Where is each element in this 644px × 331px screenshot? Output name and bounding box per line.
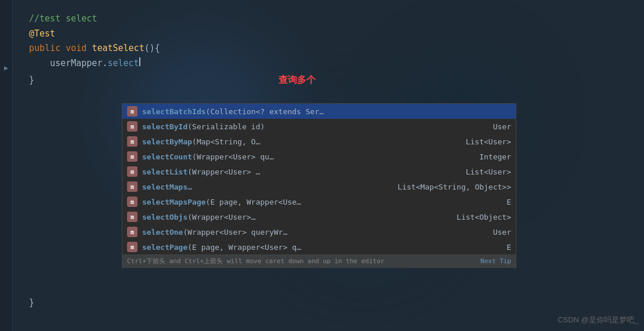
ac-method-name-3: selectCount(Wrapper<User> qu… <box>142 152 274 161</box>
code-line-2: @Test <box>29 27 632 42</box>
ac-method-name-8: selectOne(Wrapper<User> queryWr… <box>142 228 287 237</box>
ac-method-name-7: selectObjs(Wrapper<User>… <box>142 213 256 221</box>
ac-return-2: List<User> <box>460 137 511 146</box>
ac-return-3: Integer <box>473 152 511 161</box>
ac-icon-8: m <box>127 227 138 237</box>
ac-method-name-0: selectBatchIds(Collection<? extends Ser… <box>142 107 324 116</box>
keyword-void: void <box>66 41 92 56</box>
code-line-4: userMapper.select <box>29 56 632 71</box>
ac-return-4: List<User> <box>460 168 511 176</box>
annotation-multi-label: 查询多个 <box>278 74 316 86</box>
ac-icon-6: m <box>127 197 138 207</box>
ac-icon-9: m <box>127 242 138 252</box>
ac-item-4[interactable]: m selectList(Wrapper<User> … List<User> <box>122 164 516 179</box>
ac-icon-2: m <box>127 136 138 147</box>
ac-method-name-1: selectById(Serializable id) <box>142 122 265 131</box>
ac-item-1[interactable]: m selectById(Serializable id) User <box>122 119 516 134</box>
ac-return-9: E <box>501 243 511 252</box>
ac-return-7: List<Object> <box>451 213 511 221</box>
ac-item-8[interactable]: m selectOne(Wrapper<User> queryWr… User <box>122 224 516 239</box>
code-line-3: public void teatSelect(){ <box>29 41 632 56</box>
dot: . <box>102 56 107 71</box>
method-parens: (){ <box>144 41 160 56</box>
code-indent <box>29 56 50 71</box>
ac-item-5[interactable]: m selectMaps… List<Map<String, Object>> <box>122 179 516 194</box>
ac-return-1: User <box>487 122 511 131</box>
code-editor[interactable]: //test select @Test public void teatSele… <box>0 0 644 100</box>
watermark-text: CSDN @是你吗是梦吧_ <box>558 315 638 324</box>
ac-icon-1: m <box>127 121 138 132</box>
ac-return-5: List<Map<String, Object>> <box>392 183 511 191</box>
ac-item-6[interactable]: m selectMapsPage(E page, Wrapper<Use… E <box>122 194 516 209</box>
ac-icon-3: m <box>127 151 138 162</box>
ac-footer: Ctrl+下箭头 and Ctrl+上箭头 will move caret do… <box>122 254 516 267</box>
ac-icon-7: m <box>127 212 138 222</box>
ac-return-6: E <box>501 198 511 206</box>
ac-return-8: User <box>487 228 511 237</box>
ac-icon-4: m <box>127 166 138 177</box>
autocomplete-dropdown[interactable]: m selectBatchIds(Collection<? extends Se… <box>122 103 516 268</box>
brace-close-1: } <box>29 73 34 88</box>
ac-icon-0: m <box>127 106 138 117</box>
annotation-text: @Test <box>29 27 55 42</box>
watermark: CSDN @是你吗是梦吧_ <box>558 315 638 325</box>
ac-icon-5: m <box>127 181 138 192</box>
ac-method-name-4: selectList(Wrapper<User> … <box>142 168 261 176</box>
method-name: teatSelect <box>92 41 144 56</box>
ac-footer-hint: Ctrl+下箭头 and Ctrl+上箭头 will move caret do… <box>127 257 385 265</box>
code-line-1: //test select <box>29 12 632 27</box>
ac-item-7[interactable]: m selectObjs(Wrapper<User>… List<Object> <box>122 209 516 224</box>
ac-method-name-2: selectByMap(Map<String, O… <box>142 137 261 146</box>
editor-background: ▶ //test select @Test public void teatSe… <box>0 0 644 331</box>
ac-item-0[interactable]: m selectBatchIds(Collection<? extends Se… <box>122 104 516 119</box>
method-partial: select <box>107 56 139 71</box>
text-cursor <box>139 57 140 66</box>
code-line-5: } <box>29 73 632 88</box>
code-closing-brace: } <box>29 297 34 308</box>
ac-item-3[interactable]: m selectCount(Wrapper<User> qu… Integer <box>122 149 516 164</box>
comment-text: //test select <box>29 12 97 27</box>
ac-method-name-9: selectPage(E page, Wrapper<User> q… <box>142 243 301 252</box>
keyword-public: public <box>29 41 66 56</box>
ac-footer-next-button[interactable]: Next Tip <box>480 257 511 265</box>
ac-item-9[interactable]: m selectPage(E page, Wrapper<User> q… E <box>122 239 516 254</box>
ac-method-name-5: selectMaps… <box>142 183 192 191</box>
ac-item-2[interactable]: m selectByMap(Map<String, O… List<User> <box>122 134 516 149</box>
object-name: userMapper <box>50 56 102 71</box>
ac-method-name-6: selectMapsPage(E page, Wrapper<Use… <box>142 198 301 206</box>
